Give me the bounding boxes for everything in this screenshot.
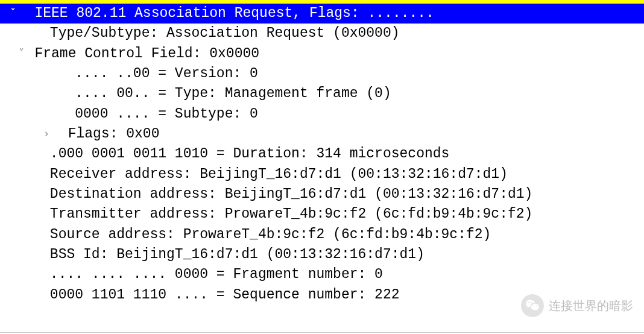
field-text: Receiver address: BeijingT_16:d7:d1 (00:… bbox=[50, 166, 508, 182]
divider bbox=[0, 332, 644, 333]
field-version[interactable]: .... ..00 = Version: 0 bbox=[0, 64, 644, 84]
field-frame-control[interactable]: ˅ Frame Control Field: 0x0000 bbox=[0, 44, 644, 64]
field-text: 0000 1101 1110 .... = Sequence number: 2… bbox=[50, 287, 400, 303]
field-source-address[interactable]: Source address: ProwareT_4b:9c:f2 (6c:fd… bbox=[0, 225, 644, 245]
field-text: BSS Id: BeijingT_16:d7:d1 (00:13:32:16:d… bbox=[50, 247, 425, 262]
field-text: Destination address: BeijingT_16:d7:d1 (… bbox=[50, 186, 533, 202]
field-destination-address[interactable]: Destination address: BeijingT_16:d7:d1 (… bbox=[0, 184, 644, 204]
chevron-right-icon[interactable]: › bbox=[42, 125, 51, 141]
watermark: 连接世界的暗影 bbox=[521, 294, 633, 317]
field-text: 0000 .... = Subtype: 0 bbox=[75, 106, 258, 122]
field-text: Source address: ProwareT_4b:9c:f2 (6c:fd… bbox=[50, 227, 491, 242]
field-text: .000 0001 0011 1010 = Duration: 314 micr… bbox=[50, 146, 450, 162]
field-text: .... 00.. = Type: Management frame (0) bbox=[75, 86, 391, 101]
field-receiver-address[interactable]: Receiver address: BeijingT_16:d7:d1 (00:… bbox=[0, 165, 644, 184]
protocol-header-text: IEEE 802.11 Association Request, Flags: … bbox=[34, 5, 434, 21]
field-text: Type/Subtype: Association Request (0x000… bbox=[50, 25, 400, 41]
protocol-header-row[interactable]: ˅ IEEE 802.11 Association Request, Flags… bbox=[0, 4, 644, 24]
chevron-down-icon[interactable]: ˅ bbox=[8, 5, 18, 20]
field-type[interactable]: .... 00.. = Type: Management frame (0) bbox=[0, 84, 644, 104]
field-type-subtype[interactable]: Type/Subtype: Association Request (0x000… bbox=[0, 24, 644, 43]
field-text: Frame Control Field: 0x0000 bbox=[34, 46, 259, 61]
field-text: .... ..00 = Version: 0 bbox=[75, 66, 258, 81]
field-fragment-number[interactable]: .... .... .... 0000 = Fragment number: 0 bbox=[0, 265, 644, 285]
field-bss-id[interactable]: BSS Id: BeijingT_16:d7:d1 (00:13:32:16:d… bbox=[0, 245, 644, 265]
chevron-down-icon[interactable]: ˅ bbox=[17, 45, 27, 61]
field-text: Flags: 0x00 bbox=[68, 126, 160, 142]
field-subtype[interactable]: 0000 .... = Subtype: 0 bbox=[0, 104, 644, 124]
watermark-text: 连接世界的暗影 bbox=[549, 297, 633, 315]
field-text: .... .... .... 0000 = Fragment number: 0 bbox=[50, 266, 383, 282]
field-transmitter-address[interactable]: Transmitter address: ProwareT_4b:9c:f2 (… bbox=[0, 204, 644, 224]
field-flags[interactable]: › Flags: 0x00 bbox=[0, 124, 644, 144]
wechat-icon bbox=[521, 294, 544, 317]
field-duration[interactable]: .000 0001 0011 1010 = Duration: 314 micr… bbox=[0, 144, 644, 164]
field-text: Transmitter address: ProwareT_4b:9c:f2 (… bbox=[50, 206, 533, 222]
